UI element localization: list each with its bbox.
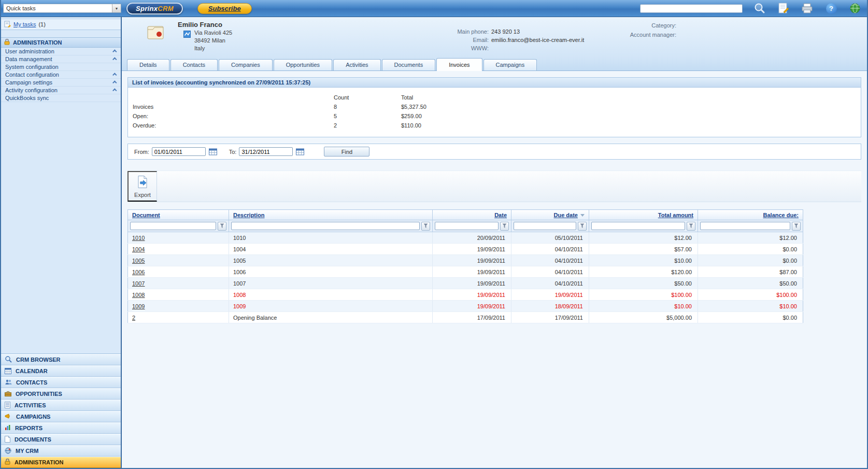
filter-input-due-date[interactable] — [514, 222, 576, 230]
summary-row-count: 8 — [334, 104, 401, 110]
subscribe-button[interactable]: Subscribe — [197, 3, 252, 14]
tab-details[interactable]: Details — [127, 59, 169, 70]
nav-item-contacts[interactable]: CONTACTS — [1, 377, 121, 388]
dropdown-arrow-icon[interactable] — [112, 4, 121, 12]
column-header-document[interactable]: Document — [128, 210, 229, 220]
nav-label: CONTACTS — [16, 379, 47, 386]
funnel-filter-icon[interactable] — [687, 222, 695, 231]
sidebar-item-system-configuration[interactable]: System configuration — [1, 63, 121, 71]
email-label: Email: — [371, 37, 489, 43]
column-header-description[interactable]: Description — [229, 210, 433, 220]
nav-label: MY CRM — [16, 448, 38, 454]
admin-section-header[interactable]: ADMINISTRATION — [1, 37, 121, 48]
to-label: To: — [229, 149, 237, 155]
fax-printer-icon[interactable] — [801, 2, 814, 15]
invoice-date: 20/09/2011 — [433, 232, 511, 244]
nav-item-crm-browser[interactable]: CRM BROWSER — [1, 354, 121, 365]
tab-documents[interactable]: Documents — [382, 59, 436, 70]
help-icon[interactable] — [824, 2, 838, 15]
sidebar-item-contact-configuration[interactable]: Contact configuration — [1, 71, 121, 79]
invoice-document-link[interactable]: 2 — [132, 315, 135, 321]
find-button[interactable]: Find — [324, 147, 369, 157]
chevron-up-icon[interactable] — [112, 80, 117, 84]
sidebar-item-user-administration[interactable]: User administration — [1, 48, 121, 55]
invoice-row[interactable]: 1009 1009 19/09/2011 18/09/2011 $10.00 $… — [128, 301, 803, 312]
my-tasks-link[interactable]: My tasks — [13, 21, 36, 27]
sidebar-item-activity-configuration[interactable]: Activity configuration — [1, 87, 121, 94]
filter-input-description[interactable] — [231, 222, 420, 230]
tab-campaigns[interactable]: Campaigns — [483, 59, 537, 70]
funnel-filter-icon[interactable] — [218, 222, 226, 231]
quick-tasks-dropdown[interactable]: Quick tasks — [3, 4, 121, 13]
nav-item-opportunities[interactable]: OPPORTUNITIES — [1, 388, 121, 400]
column-header-balance-due[interactable]: Balance due: — [698, 210, 803, 220]
funnel-filter-icon[interactable] — [500, 222, 509, 231]
export-icon — [136, 175, 149, 190]
invoice-document-link[interactable]: 1004 — [132, 246, 145, 252]
nav-item-campaigns[interactable]: CAMPAIGNS — [1, 411, 121, 422]
invoice-row[interactable]: 1007 1007 19/09/2011 04/10/2011 $50.00 $… — [128, 278, 803, 289]
filter-input-balance-due[interactable] — [700, 222, 790, 230]
nav-item-reports[interactable]: REPORTS — [1, 422, 121, 434]
invoice-document-link[interactable]: 1008 — [132, 292, 145, 298]
invoice-total-amount: $10.00 — [589, 301, 698, 312]
search-icon[interactable] — [753, 2, 766, 15]
notes-icon[interactable] — [777, 2, 790, 15]
to-calendar-icon[interactable] — [295, 147, 305, 156]
invoice-row[interactable]: 1004 1004 19/09/2011 04/10/2011 $57.00 $… — [128, 244, 803, 255]
summary-row-label: Open: — [133, 113, 334, 119]
invoice-document-link[interactable]: 1005 — [132, 258, 145, 264]
chevron-up-icon[interactable] — [112, 73, 117, 77]
nav-item-my-crm[interactable]: MY CRM — [1, 445, 121, 457]
tab-contacts[interactable]: Contacts — [170, 59, 218, 70]
funnel-filter-icon[interactable] — [792, 222, 801, 231]
summary-row-count: 5 — [334, 113, 401, 119]
funnel-filter-icon[interactable] — [421, 222, 430, 231]
email-value[interactable]: emilio.franco@best-ice-cream-ever.it — [491, 37, 584, 43]
invoice-description: 1010 — [229, 232, 433, 244]
invoice-document-link[interactable]: 1010 — [132, 235, 145, 241]
sidebar-item-campaign-settings[interactable]: Campaign settings — [1, 79, 121, 87]
menu-item-label: Campaign settings — [5, 79, 52, 86]
column-header-due-date[interactable]: Due date — [511, 210, 589, 220]
invoice-document-link[interactable]: 1007 — [132, 280, 145, 287]
nav-item-calendar[interactable]: CALENDAR — [1, 365, 121, 377]
column-header-total-amount[interactable]: Total amount — [589, 210, 698, 220]
invoice-date: 19/09/2011 — [433, 289, 511, 301]
chevron-up-icon[interactable] — [112, 57, 117, 61]
sidebar-item-data-management[interactable]: Data management — [1, 55, 121, 63]
tab-invoices[interactable]: Invoices — [436, 58, 482, 71]
invoice-row[interactable]: 1008 1008 19/09/2011 19/09/2011 $100.00 … — [128, 289, 803, 301]
from-calendar-icon[interactable] — [208, 147, 218, 156]
to-date-input[interactable] — [239, 147, 293, 156]
chevron-up-icon[interactable] — [112, 49, 117, 53]
invoice-row[interactable]: 1006 1006 19/09/2011 04/10/2011 $120.00 … — [128, 266, 803, 278]
sidebar-item-quickbooks-sync[interactable]: QuickBooks sync — [1, 94, 121, 102]
globe-icon[interactable] — [848, 2, 862, 15]
table-header-row: Document Description Date Due date Total… — [128, 210, 803, 220]
nav-label: ADMINISTRATION — [15, 459, 64, 465]
search-input[interactable] — [640, 4, 743, 13]
tab-opportunities[interactable]: Opportunities — [274, 59, 332, 70]
tab-activities[interactable]: Activities — [333, 59, 380, 70]
funnel-filter-icon[interactable] — [578, 222, 587, 231]
invoice-description: Opening Balance — [229, 312, 433, 323]
filter-input-date[interactable] — [435, 222, 499, 230]
filter-input-document[interactable] — [130, 222, 216, 230]
invoice-row[interactable]: 1010 1010 20/09/2011 05/10/2011 $12.00 $… — [128, 232, 803, 244]
nav-item-documents[interactable]: DOCUMENTS — [1, 434, 121, 445]
nav-item-administration[interactable]: ADMINISTRATION — [1, 457, 121, 468]
invoice-document-link[interactable]: 1009 — [132, 303, 145, 309]
chevron-up-icon[interactable] — [112, 88, 117, 92]
column-header-date[interactable]: Date — [433, 210, 511, 220]
export-button[interactable]: Export — [127, 171, 157, 202]
invoice-total-amount: $57.00 — [589, 244, 698, 255]
nav-item-activities[interactable]: ACTIVITIES — [1, 400, 121, 411]
invoice-row[interactable]: 1005 1005 19/09/2011 04/10/2011 $10.00 $… — [128, 255, 803, 266]
tab-companies[interactable]: Companies — [219, 59, 273, 70]
filter-input-total-amount[interactable] — [591, 222, 685, 230]
invoice-row[interactable]: 2 Opening Balance 17/09/2011 17/09/2011 … — [128, 312, 803, 323]
invoice-document-link[interactable]: 1006 — [132, 269, 145, 275]
from-date-input[interactable] — [152, 147, 206, 156]
my-tasks-row[interactable]: My tasks (1) — [1, 19, 121, 30]
